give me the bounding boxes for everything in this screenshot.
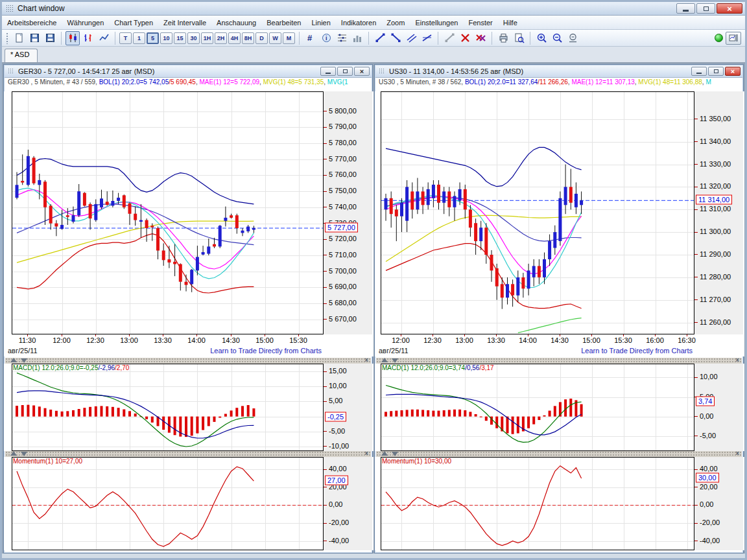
menu-item-w-hrungen[interactable]: Währungen bbox=[62, 17, 109, 29]
chart-minimize-button[interactable] bbox=[320, 67, 336, 76]
boll-upper-line bbox=[386, 147, 582, 186]
chart-close-button[interactable] bbox=[354, 67, 370, 76]
panel-splitter[interactable] bbox=[5, 358, 371, 364]
chart-restore-button[interactable] bbox=[708, 67, 724, 76]
close-panel-icon[interactable] bbox=[735, 356, 739, 364]
restore-button[interactable] bbox=[696, 3, 715, 14]
menu-item-fenster[interactable]: Fenster bbox=[463, 17, 497, 29]
panel-splitter[interactable] bbox=[376, 358, 742, 364]
save-as-button[interactable] bbox=[43, 31, 57, 45]
zoom-in-button[interactable] bbox=[534, 31, 549, 45]
menu-item-chart-typen[interactable]: Chart Typen bbox=[109, 17, 158, 29]
timeframe-button-w[interactable]: W bbox=[269, 32, 281, 44]
pin-panel-button[interactable] bbox=[726, 32, 741, 45]
menu-item-einstellungen[interactable]: Einstellungen bbox=[410, 17, 463, 29]
menu-item-linien[interactable]: Linien bbox=[306, 17, 335, 29]
trendline-disabled-button[interactable] bbox=[442, 31, 456, 45]
trendline-up-button[interactable] bbox=[373, 31, 387, 45]
axis-tick bbox=[324, 175, 327, 176]
collapse-down-icon[interactable] bbox=[21, 452, 27, 456]
timeframe-button-5[interactable]: 5 bbox=[147, 32, 159, 44]
timeframe-button-10[interactable]: 10 bbox=[160, 32, 172, 44]
line-chart-button[interactable] bbox=[97, 31, 111, 45]
menu-item-zeit-intervalle[interactable]: Zeit Intervalle bbox=[158, 17, 211, 29]
zoom-reset-button[interactable] bbox=[565, 31, 580, 45]
toolbar-separator bbox=[530, 32, 530, 45]
collapse-down-icon[interactable] bbox=[392, 452, 398, 456]
info-button[interactable]: i bbox=[319, 31, 333, 45]
chart-window-ger30: GER30 - 5 727,00 - 14:54:17 25 авг (MSD)… bbox=[3, 64, 373, 554]
chart-close-button[interactable] bbox=[725, 67, 741, 76]
chart-restore-button[interactable] bbox=[337, 67, 353, 76]
menu-item-hilfe[interactable]: Hilfe bbox=[498, 17, 523, 29]
menu-item-indikatoren[interactable]: Indikatoren bbox=[336, 17, 381, 29]
macd-plot[interactable] bbox=[381, 364, 694, 451]
timeframe-button-30[interactable]: 30 bbox=[187, 32, 200, 44]
minimize-button[interactable] bbox=[676, 3, 695, 14]
menu-item-anschauung[interactable]: Anschauung bbox=[211, 17, 261, 29]
axis-label: 5 790,00 bbox=[329, 122, 357, 130]
macd-plot[interactable] bbox=[12, 364, 324, 451]
close-panel-icon[interactable] bbox=[364, 450, 368, 457]
axis-label: 11 350,00 bbox=[700, 115, 731, 122]
collapse-up-icon[interactable] bbox=[381, 358, 388, 362]
close-button[interactable] bbox=[717, 3, 742, 14]
axis-tick bbox=[324, 401, 327, 402]
delete-object-button[interactable] bbox=[458, 31, 472, 45]
close-panel-icon[interactable] bbox=[364, 356, 368, 364]
indicator-header-segment: /5 690,45 bbox=[169, 78, 196, 86]
zoom-out-button[interactable] bbox=[550, 31, 564, 45]
timeframe-button-d[interactable]: D bbox=[255, 32, 268, 44]
price-levels-button[interactable] bbox=[335, 31, 349, 45]
close-panel-icon[interactable] bbox=[735, 450, 739, 457]
axis-label: 11 280,00 bbox=[700, 273, 731, 281]
new-doc-button[interactable] bbox=[12, 31, 26, 45]
tab-asd[interactable]: * ASD bbox=[5, 49, 38, 62]
save-button[interactable] bbox=[27, 31, 42, 45]
current-value-box: 11 314,00 bbox=[696, 195, 732, 205]
print-button[interactable] bbox=[496, 31, 510, 45]
candlestick-chart-button[interactable] bbox=[65, 31, 80, 45]
promo-link[interactable]: Learn to Trade Directly from Charts bbox=[581, 347, 693, 355]
print-preview-button[interactable] bbox=[512, 31, 526, 45]
axis-tick bbox=[694, 469, 698, 470]
timeframe-button-2h[interactable]: 2H bbox=[215, 32, 227, 44]
timeframe-button-1[interactable]: 1 bbox=[133, 32, 145, 44]
momentum-plot[interactable] bbox=[12, 457, 324, 550]
momentum-plot[interactable] bbox=[381, 457, 694, 550]
app-titlebar[interactable]: Chart window bbox=[2, 2, 745, 16]
toolbar-grip[interactable] bbox=[6, 32, 8, 44]
bars-icon bbox=[83, 32, 94, 43]
time-label: 15:30 bbox=[614, 336, 632, 344]
collapse-up-icon[interactable] bbox=[381, 451, 388, 456]
timeframe-button-m[interactable]: M bbox=[283, 32, 295, 44]
main-plot[interactable] bbox=[381, 91, 694, 334]
promo-link[interactable]: Learn to Trade Directly from Charts bbox=[210, 347, 322, 355]
timeframe-button-8h[interactable]: 8H bbox=[242, 32, 254, 44]
panel-splitter[interactable] bbox=[5, 451, 371, 457]
menu-item-arbeitsbereiche[interactable]: Arbeitsbereiche bbox=[2, 17, 62, 29]
menu-item-zoom[interactable]: Zoom bbox=[381, 17, 410, 29]
axis-label: 15,00 bbox=[329, 367, 347, 375]
chart-minimize-button[interactable] bbox=[691, 67, 707, 76]
trendline-channel-button[interactable] bbox=[404, 31, 418, 45]
timeframe-button-1h[interactable]: 1H bbox=[201, 32, 213, 44]
collapse-down-icon[interactable] bbox=[21, 358, 27, 363]
grid-button[interactable]: # bbox=[303, 31, 318, 45]
menu-item-bearbeiten[interactable]: Bearbeiten bbox=[261, 17, 306, 29]
panel-splitter[interactable] bbox=[376, 451, 742, 457]
collapse-down-icon[interactable] bbox=[392, 358, 398, 363]
timeframe-button-4h[interactable]: 4H bbox=[228, 32, 241, 44]
collapse-up-icon[interactable] bbox=[10, 358, 17, 362]
volume-button[interactable] bbox=[350, 31, 364, 45]
collapse-up-icon[interactable] bbox=[10, 451, 17, 456]
trendline-ray-button[interactable] bbox=[420, 31, 434, 45]
delete-all-button[interactable] bbox=[473, 31, 488, 45]
chart-titlebar[interactable]: GER30 - 5 727,00 - 14:54:17 25 авг (MSD) bbox=[5, 65, 372, 78]
chart-titlebar[interactable]: US30 - 11 314,00 - 14:53:56 25 авг (MSD) bbox=[375, 65, 742, 78]
main-plot[interactable] bbox=[12, 91, 324, 334]
ohlc-chart-button[interactable] bbox=[81, 31, 95, 45]
timeframe-button-15[interactable]: 15 bbox=[174, 32, 186, 44]
timeframe-button-t[interactable]: T bbox=[119, 32, 132, 44]
trendline-down-button[interactable] bbox=[388, 31, 403, 45]
